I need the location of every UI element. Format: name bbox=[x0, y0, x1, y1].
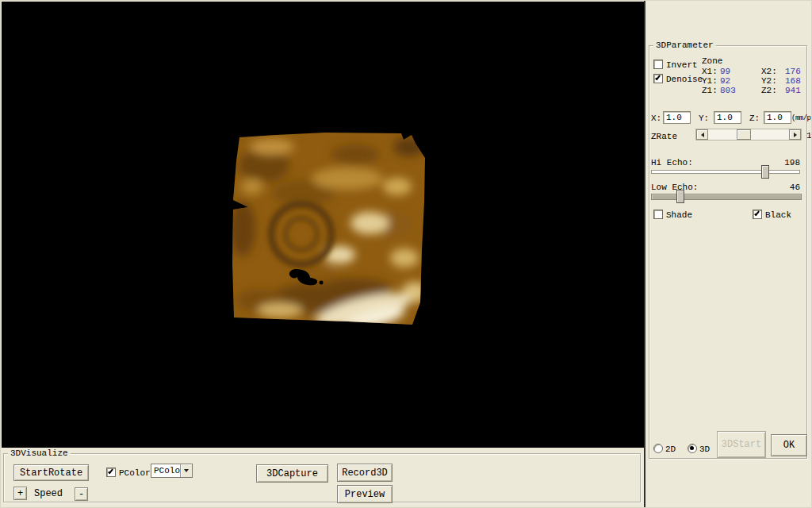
ultrasound-3d-render bbox=[228, 129, 428, 328]
pcolor-checkbox[interactable] bbox=[106, 468, 116, 477]
dot-icon bbox=[690, 446, 694, 450]
zone-y1-value: 92 bbox=[720, 76, 761, 86]
zone-z1-value: 803 bbox=[720, 86, 761, 95]
zone-x2-value: 176 bbox=[785, 67, 812, 76]
check-icon bbox=[655, 75, 661, 80]
hi-echo-label: Hi Echo: bbox=[651, 158, 693, 167]
zone-z2-label: Z2: bbox=[761, 86, 785, 95]
invert-checkbox[interactable] bbox=[653, 60, 663, 69]
low-echo-track[interactable] bbox=[651, 194, 802, 200]
low-echo-label: Low Echo: bbox=[651, 183, 698, 192]
zrate-scroll-left-button[interactable] bbox=[696, 129, 708, 140]
start3d-button[interactable]: 3DStart bbox=[717, 431, 766, 458]
start-rotate-button[interactable]: StartRotate bbox=[13, 464, 89, 481]
mode-2d-label: 2D bbox=[665, 444, 676, 454]
hi-echo-track[interactable] bbox=[651, 170, 800, 174]
scale-y-label: Y: bbox=[699, 114, 709, 123]
visualize-groupbox: 3DVisualize StartRotate + Speed - PColor… bbox=[3, 453, 641, 502]
pcolor-select-button[interactable] bbox=[180, 464, 192, 477]
visualize-panel: 3DVisualize StartRotate + Speed - PColor… bbox=[0, 448, 644, 508]
scale-x-label: X: bbox=[651, 114, 661, 123]
capture-button[interactable]: 3DCapture bbox=[256, 464, 328, 483]
visualize-group-title: 3DVisualize bbox=[8, 448, 71, 459]
check-icon bbox=[108, 468, 113, 474]
low-echo-thumb[interactable] bbox=[676, 190, 684, 203]
zone-z1-label: Z1: bbox=[702, 86, 720, 95]
mode-3d-label: 3D bbox=[699, 444, 710, 454]
zone-y1-label: Y1: bbox=[702, 76, 720, 86]
mode-3d-radio[interactable] bbox=[688, 444, 697, 453]
parameter-groupbox: 3DParameter Invert Denoise Zone X1: 99 X… bbox=[649, 45, 807, 459]
pcolor-label: PColor bbox=[119, 468, 151, 478]
invert-label: Invert bbox=[666, 60, 698, 70]
render-viewport[interactable] bbox=[2, 2, 644, 448]
zone-x1-label: X1: bbox=[702, 67, 720, 76]
zone-label: Zone bbox=[702, 56, 722, 66]
black-checkbox[interactable] bbox=[753, 210, 762, 219]
scale-unit-label: (mm/p) bbox=[791, 114, 812, 123]
scale-z-label: Z: bbox=[749, 114, 760, 123]
scale-y-input[interactable] bbox=[714, 111, 741, 124]
pcolor-select[interactable]: PColor bbox=[151, 464, 193, 478]
mode-2d-radio[interactable] bbox=[653, 444, 663, 453]
ok-button[interactable]: OK bbox=[771, 434, 807, 456]
hi-echo-thumb[interactable] bbox=[761, 165, 769, 179]
zrate-scroll-right-button[interactable] bbox=[789, 129, 801, 140]
zone-x1-value: 99 bbox=[720, 67, 761, 76]
zone-z2-value: 941 bbox=[785, 86, 812, 95]
zrate-label: ZRate bbox=[651, 132, 677, 141]
arrow-right-icon bbox=[794, 133, 797, 137]
denoise-checkbox[interactable] bbox=[653, 74, 663, 83]
zone-coordinates: X1: 99 X2: 176 Y1: 92 Y2: 168 Z1: 803 Z2… bbox=[702, 67, 812, 95]
record-button[interactable]: Record3D bbox=[337, 464, 393, 482]
zone-y2-value: 168 bbox=[785, 76, 812, 86]
speed-plus-button[interactable]: + bbox=[13, 487, 27, 500]
black-label: Black bbox=[765, 210, 791, 220]
zone-x2-label: X2: bbox=[761, 67, 785, 76]
speed-minus-button[interactable]: - bbox=[75, 487, 88, 501]
zrate-value: 1 bbox=[806, 131, 812, 140]
parameter-panel: 3DParameter Invert Denoise Zone X1: 99 X… bbox=[644, 0, 812, 508]
shade-checkbox[interactable] bbox=[653, 210, 663, 219]
parameter-group-title: 3DParameter bbox=[653, 40, 716, 51]
shade-label: Shade bbox=[666, 210, 692, 220]
hi-echo-value: 198 bbox=[776, 158, 800, 167]
scale-z-input[interactable] bbox=[764, 111, 791, 124]
check-icon bbox=[754, 210, 760, 216]
arrow-left-icon bbox=[701, 133, 704, 137]
zone-y2-label: Y2: bbox=[761, 76, 785, 86]
chevron-down-icon bbox=[184, 469, 189, 472]
zrate-thumb[interactable] bbox=[737, 129, 751, 140]
zrate-scrollbar[interactable] bbox=[695, 129, 802, 140]
speed-label: Speed bbox=[34, 489, 63, 498]
preview-button[interactable]: Preview bbox=[337, 485, 393, 503]
denoise-label: Denoise bbox=[666, 75, 703, 84]
low-echo-value: 46 bbox=[776, 183, 800, 192]
scale-x-input[interactable] bbox=[663, 111, 691, 124]
